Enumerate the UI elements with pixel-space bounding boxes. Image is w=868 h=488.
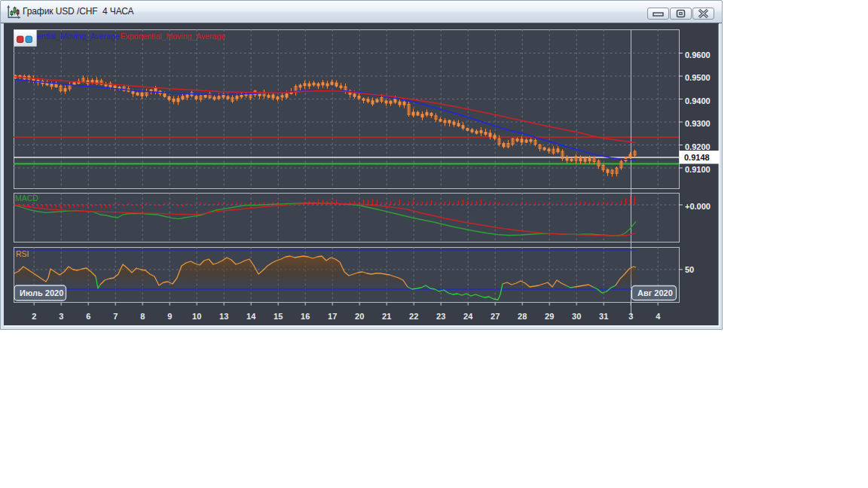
svg-text:10: 10	[192, 312, 201, 321]
svg-text:13: 13	[219, 312, 228, 321]
svg-text:21: 21	[382, 312, 391, 321]
svg-text:50: 50	[685, 265, 694, 274]
svg-text:8: 8	[140, 312, 145, 321]
svg-text:3: 3	[628, 312, 633, 321]
svg-text:20: 20	[355, 312, 364, 321]
svg-text:+0.000: +0.000	[685, 202, 711, 211]
svg-text:4: 4	[656, 312, 661, 321]
svg-text:0.9148: 0.9148	[684, 153, 710, 162]
svg-text:0.9100: 0.9100	[685, 165, 711, 174]
svg-text:30: 30	[572, 312, 581, 321]
svg-text:14: 14	[246, 312, 256, 321]
svg-text:28: 28	[518, 312, 527, 321]
svg-text:Авг 2020: Авг 2020	[637, 288, 673, 297]
svg-text:9: 9	[167, 312, 172, 321]
svg-text:15: 15	[274, 312, 283, 321]
svg-text:29: 29	[545, 312, 554, 321]
svg-text:7: 7	[113, 312, 118, 321]
svg-text:MACD: MACD	[15, 194, 38, 203]
svg-text:Июль 2020: Июль 2020	[20, 288, 63, 297]
svg-text:22: 22	[409, 312, 418, 321]
svg-text:27: 27	[491, 312, 500, 321]
svg-text:RSI: RSI	[16, 249, 29, 258]
svg-text:23: 23	[436, 312, 445, 321]
svg-text:Exponential_Moving_Average: Exponential_Moving_Average	[121, 32, 225, 41]
svg-text:2: 2	[32, 312, 36, 321]
svg-text:24: 24	[463, 312, 473, 321]
svg-text:0.9300: 0.9300	[685, 119, 711, 128]
svg-text:0.9500: 0.9500	[685, 73, 711, 82]
svg-text:0.9400: 0.9400	[685, 96, 711, 105]
svg-text:16: 16	[301, 312, 310, 321]
svg-text:ential_Moving_Average: ential_Moving_Average	[37, 32, 120, 41]
svg-text:17: 17	[328, 312, 337, 321]
svg-text:6: 6	[86, 312, 90, 321]
svg-text:0.9600: 0.9600	[685, 50, 711, 59]
svg-text:3: 3	[59, 312, 63, 321]
svg-text:31: 31	[599, 312, 608, 321]
svg-text:0.9200: 0.9200	[685, 142, 711, 151]
